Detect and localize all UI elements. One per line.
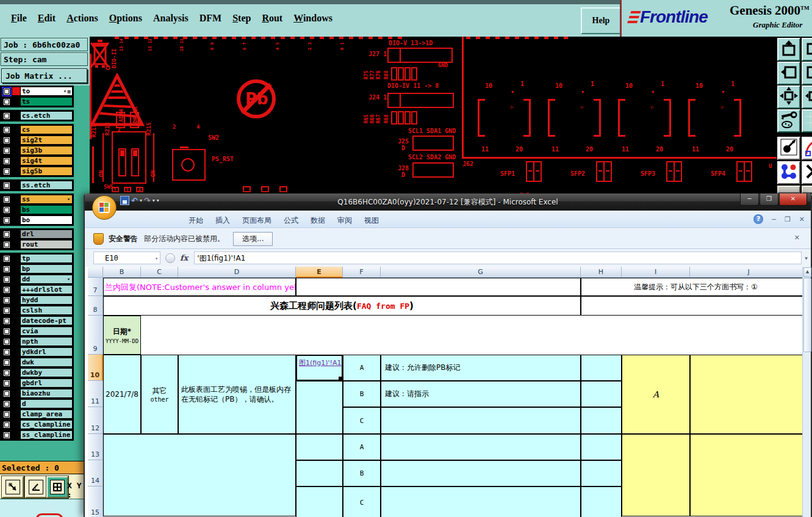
menu-rout[interactable]: Rout	[262, 13, 282, 24]
cell-empty[interactable]	[690, 434, 808, 516]
cell-empty[interactable]	[103, 434, 296, 516]
measure-angle-button[interactable]	[25, 476, 47, 498]
menu-step[interactable]: Step	[232, 13, 251, 24]
layer-checkbox-to[interactable]	[3, 88, 10, 95]
header-cell[interactable]: 日期*YYYY-MM-DD	[103, 316, 141, 355]
tab-视图[interactable]: 视图	[358, 213, 385, 228]
cell-option[interactable]: A	[343, 434, 381, 460]
layer-row-ss.etch[interactable]: ss.etch	[1, 180, 73, 190]
cell-problem-type[interactable]: 其它other	[141, 355, 178, 434]
layer-row-tp[interactable]: tp	[1, 253, 73, 264]
measure-diagonal-button[interactable]	[2, 476, 24, 498]
layer-row-gbdrl[interactable]: gbdrl	[1, 378, 73, 388]
column-header-H[interactable]: H	[581, 267, 622, 278]
layer-checkbox-rout[interactable]	[3, 241, 10, 248]
layer-row-rout[interactable]: rout	[1, 239, 73, 250]
layer-checkbox-sig3b[interactable]	[3, 147, 10, 154]
toolbar-button-datum-point[interactable]	[777, 137, 800, 160]
row-header-12[interactable]: 12	[88, 407, 103, 434]
layer-row-bo[interactable]: bo	[1, 215, 73, 225]
cell-empty[interactable]	[381, 434, 581, 460]
help-menu[interactable]: Help	[581, 7, 621, 34]
toolbar-button-delete-x[interactable]	[802, 161, 812, 184]
layer-row-to[interactable]: to➤⊞	[1, 86, 73, 96]
qat-customize-icon[interactable]: ▾	[157, 198, 159, 203]
layer-row-ss_clampline[interactable]: ss_clampline	[1, 430, 73, 440]
layer-row-cs_clampline[interactable]: cs_clampline	[1, 419, 73, 430]
toolbar-button-insert-left[interactable]	[777, 62, 800, 85]
security-options-button[interactable]: 选项...	[233, 232, 273, 246]
layer-checkbox-ydkdrl[interactable]	[3, 349, 10, 356]
layer-checkbox-ss_clampline[interactable]	[3, 432, 10, 439]
excel-titlebar[interactable]: Q16B6HC00ZA0(oyy)2021-07-12 [兼容模式] - Mic…	[85, 193, 811, 211]
layer-checkbox-dd[interactable]	[3, 276, 10, 283]
select-all-corner[interactable]	[88, 267, 103, 278]
scroll-up-icon[interactable]: ▲	[803, 267, 811, 277]
window-grid-button[interactable]	[46, 476, 68, 498]
job-matrix-button[interactable]: Job Matrix ...	[1, 68, 87, 83]
layer-row-sig3b[interactable]: sig3b	[1, 145, 73, 156]
layer-checkbox-hydd[interactable]	[3, 297, 10, 304]
layer-row-sig2t[interactable]: sig2t	[1, 135, 73, 145]
layer-row-biaozhu[interactable]: biaozhu	[1, 388, 73, 399]
close-button[interactable]: ✕	[779, 193, 807, 206]
restore-button[interactable]: ❐	[760, 193, 778, 206]
toolbar-button-fit-view[interactable]	[777, 85, 800, 109]
tab-页面布局[interactable]: 页面布局	[236, 213, 278, 228]
toolbar-button-grid[interactable]	[802, 109, 812, 132]
layer-row-cs.etch[interactable]: cs.etch	[1, 110, 73, 121]
scrollbar-thumb[interactable]	[803, 278, 811, 352]
layer-checkbox-sig5b[interactable]	[3, 168, 10, 175]
toolbar-button-rotate-box[interactable]	[802, 38, 812, 61]
cell-empty[interactable]	[296, 460, 343, 486]
tab-公式[interactable]: 公式	[278, 213, 304, 228]
toolbar-button-paste-up[interactable]	[777, 38, 800, 61]
column-header-I[interactable]: I	[622, 267, 690, 278]
layer-checkbox-cvia[interactable]	[3, 328, 10, 335]
layer-checkbox-ss.etch[interactable]	[3, 182, 10, 189]
cell-suggestion[interactable]: 建议：请指示	[381, 381, 581, 407]
cell-empty[interactable]	[296, 434, 343, 460]
row-header-7[interactable]: 7	[88, 278, 103, 296]
office-button[interactable]	[92, 195, 117, 220]
layer-row-npth[interactable]: npth	[1, 336, 73, 347]
tab-审阅[interactable]: 审阅	[331, 213, 358, 228]
layer-checkbox-cs.etch[interactable]	[3, 112, 10, 120]
layer-checkbox-gbdrl[interactable]	[3, 380, 10, 387]
redo-icon[interactable]: ↷	[144, 196, 151, 205]
cell-suggestion[interactable]: 建议：允许删除PB标记	[381, 355, 581, 381]
column-header-B[interactable]: B	[103, 267, 141, 278]
row-header-14[interactable]: 14	[88, 460, 103, 486]
cell-option[interactable]: B	[343, 460, 381, 486]
layer-row-datecode-pt[interactable]: datecode-pt	[1, 316, 73, 326]
cell-E10-selected[interactable]: 图1(fig1)'!A1	[296, 355, 343, 381]
cell-empty[interactable]	[581, 407, 622, 434]
menu-actions[interactable]: Actions	[66, 13, 98, 24]
layer-checkbox-cslsh[interactable]	[3, 307, 10, 314]
layer-row-drl[interactable]: drl	[1, 229, 73, 239]
layer-row-dd[interactable]: dd➤	[1, 274, 73, 284]
cell-answer[interactable]: A	[622, 355, 690, 434]
menu-file[interactable]: File	[11, 13, 27, 24]
help-icon[interactable]: ?	[753, 214, 763, 224]
row-header-13[interactable]: 13	[88, 434, 103, 460]
column-header-D[interactable]: D	[178, 267, 296, 278]
cell-option[interactable]: C	[343, 486, 381, 517]
column-header-G[interactable]: G	[381, 267, 581, 278]
layer-checkbox-ts[interactable]	[3, 98, 10, 106]
cell-option[interactable]: B	[343, 381, 381, 407]
layer-checkbox-npth[interactable]	[3, 338, 10, 345]
menu-options[interactable]: Options	[109, 13, 142, 24]
cell-empty[interactable]	[296, 486, 343, 517]
vertical-scrollbar[interactable]: ▲	[802, 267, 811, 517]
row-header-15[interactable]: 15	[88, 486, 103, 517]
menu-dfm[interactable]: DFM	[199, 13, 221, 24]
layer-checkbox-sig4t[interactable]	[3, 157, 10, 165]
layer-row-ts[interactable]: ts	[1, 96, 73, 107]
layer-checkbox-ss[interactable]	[3, 196, 10, 203]
cell-empty[interactable]	[296, 278, 581, 296]
tab-数据[interactable]: 数据	[304, 213, 331, 228]
layer-row-bp[interactable]: bp	[1, 264, 73, 274]
cell-date[interactable]: 2021/7/8	[103, 355, 141, 434]
tab-开始[interactable]: 开始	[182, 213, 209, 228]
